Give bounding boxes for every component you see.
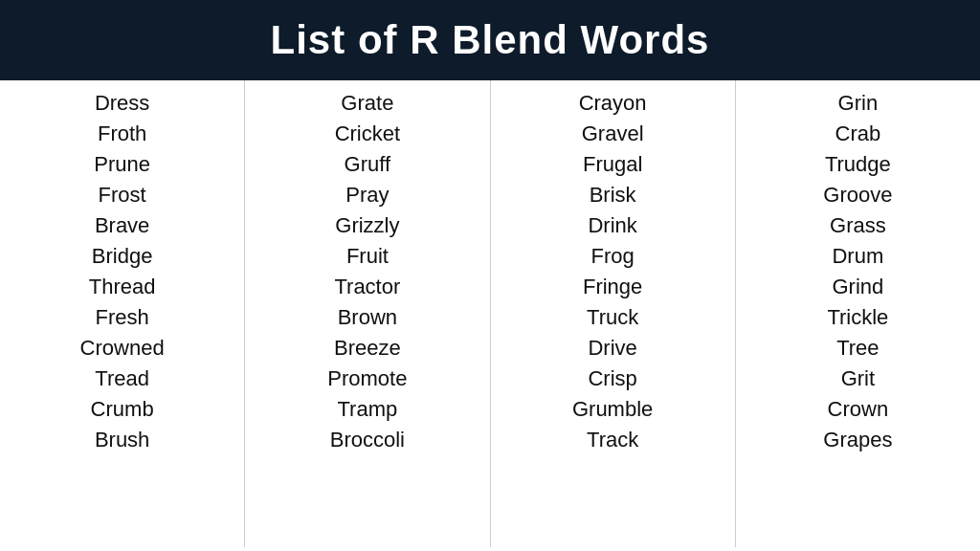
word-item: Drive — [588, 333, 636, 364]
column-4: GrinCrabTrudgeGrooveGrassDrumGrindTrickl… — [736, 80, 980, 547]
word-item: Brisk — [590, 180, 636, 210]
word-item: Crab — [835, 119, 881, 149]
word-item: Bridge — [92, 241, 153, 272]
header: List of R Blend Words — [0, 0, 980, 80]
word-item: Brave — [95, 210, 149, 241]
word-item: Grind — [832, 272, 883, 302]
word-item: Tread — [95, 364, 149, 394]
word-item: Brush — [95, 425, 149, 455]
word-item: Brown — [338, 302, 397, 333]
content-area: DressFrothPruneFrostBraveBridgeThreadFre… — [0, 80, 980, 547]
word-item: Dress — [95, 88, 149, 119]
word-item: Tree — [836, 333, 879, 364]
word-item: Frost — [99, 180, 146, 210]
word-item: Pray — [345, 180, 389, 210]
word-item: Gravel — [582, 119, 644, 149]
word-item: Crisp — [588, 364, 636, 394]
word-item: Tramp — [338, 394, 398, 425]
word-item: Groove — [823, 180, 892, 210]
word-item: Thread — [89, 272, 156, 302]
word-item: Track — [587, 425, 638, 455]
word-item: Crumb — [91, 394, 154, 425]
column-2: GrateCricketGruffPrayGrizzlyFruitTractor… — [245, 80, 490, 547]
word-item: Cricket — [335, 119, 400, 149]
word-item: Frog — [591, 241, 635, 272]
word-item: Fresh — [96, 302, 149, 333]
page-title: List of R Blend Words — [19, 17, 961, 63]
word-item: Drum — [832, 241, 883, 272]
word-item: Trudge — [825, 149, 891, 180]
word-item: Fruit — [346, 241, 389, 272]
word-item: Crayon — [579, 88, 647, 119]
word-item: Tractor — [334, 272, 400, 302]
word-item: Fringe — [583, 272, 642, 302]
column-3: CrayonGravelFrugalBriskDrinkFrogFringeTr… — [491, 80, 736, 547]
word-item: Grumble — [572, 394, 653, 425]
word-item: Crowned — [80, 333, 165, 364]
word-item: Grass — [830, 210, 886, 241]
column-1: DressFrothPruneFrostBraveBridgeThreadFre… — [0, 80, 245, 547]
word-item: Gruff — [345, 149, 391, 180]
word-item: Prune — [94, 149, 150, 180]
word-item: Promote — [327, 364, 407, 394]
word-item: Breeze — [334, 333, 401, 364]
word-item: Grate — [341, 88, 393, 119]
word-item: Frugal — [583, 149, 642, 180]
word-item: Broccoli — [330, 425, 405, 455]
word-item: Trickle — [827, 302, 888, 333]
word-item: Grizzly — [335, 210, 399, 241]
word-item: Froth — [98, 119, 146, 149]
word-item: Truck — [587, 302, 638, 333]
word-item: Grin — [838, 88, 879, 119]
word-item: Grit — [841, 364, 875, 394]
word-item: Drink — [588, 210, 636, 241]
word-item: Crown — [828, 394, 889, 425]
word-item: Grapes — [823, 425, 892, 455]
